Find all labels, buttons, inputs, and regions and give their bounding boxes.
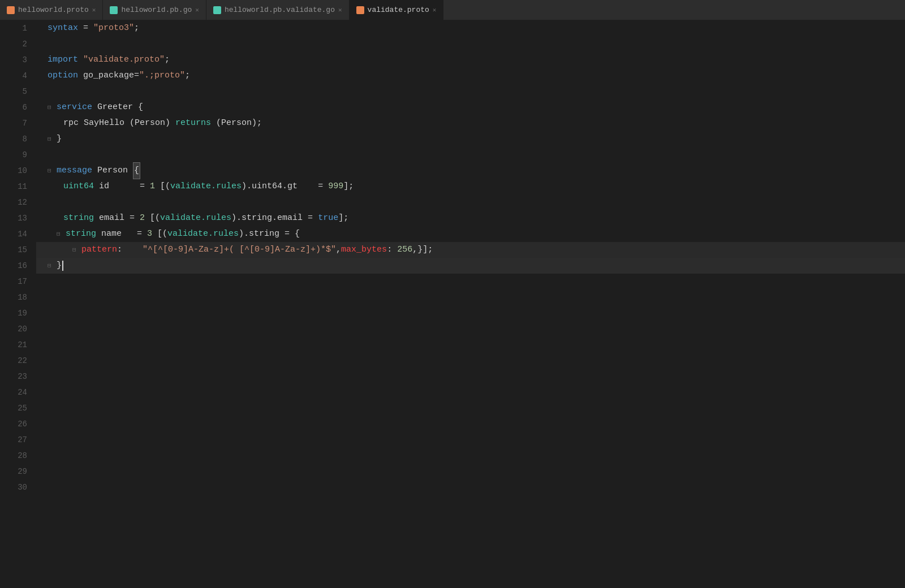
line-num-29: 29 [0, 464, 36, 479]
line-num-7: 7 [0, 115, 36, 131]
line-num-9: 9 [0, 147, 36, 163]
tab-close-icon[interactable]: ✕ [92, 6, 96, 14]
line-num-19: 19 [0, 305, 36, 321]
line-num-18: 18 [0, 289, 36, 305]
code-line-2 [36, 36, 905, 52]
code-line-19 [36, 305, 905, 321]
line-num-24: 24 [0, 384, 36, 400]
line-num-27: 27 [0, 432, 36, 448]
tab-label: helloworld.pb.go [121, 6, 192, 14]
line-num-3: 3 [0, 52, 36, 68]
editor-area: 1 2 3 4 5 6 7 8 9 10 11 12 13 14 15 16 1… [0, 20, 905, 588]
code-line-30 [36, 479, 905, 495]
code-line-15: ⊟pattern: "^[^[0-9]A-Za-z]+( [^[0-9]A-Za… [36, 242, 905, 258]
tab-helloworld-proto[interactable]: helloworld.proto ✕ [0, 0, 103, 20]
line-num-30: 30 [0, 479, 36, 495]
line-num-28: 28 [0, 448, 36, 464]
tab-close-icon[interactable]: ✕ [433, 6, 437, 14]
tab-close-icon[interactable]: ✕ [195, 6, 199, 14]
tab-label: helloworld.pb.validate.go [225, 6, 335, 14]
line-num-8: 8 [0, 131, 36, 147]
code-line-13: string email = 2 [(validate.rules).strin… [36, 210, 905, 226]
code-line-11: uint64 id = 1 [(validate.rules).uint64.g… [36, 179, 905, 194]
line-num-25: 25 [0, 400, 36, 416]
line-numbers: 1 2 3 4 5 6 7 8 9 10 11 12 13 14 15 16 1… [0, 20, 36, 588]
code-line-22 [36, 353, 905, 369]
line-num-23: 23 [0, 369, 36, 384]
line-num-13: 13 [0, 210, 36, 226]
line-num-12: 12 [0, 194, 36, 210]
line-num-4: 4 [0, 68, 36, 84]
code-line-28 [36, 448, 905, 464]
tab-icon-teal [110, 6, 118, 14]
line-num-26: 26 [0, 416, 36, 432]
code-line-8: ⊟} [36, 131, 905, 147]
tab-label: validate.proto [368, 6, 429, 14]
code-line-7: rpc SayHello (Person) returns (Person); [36, 115, 905, 131]
tab-close-icon[interactable]: ✕ [338, 6, 342, 14]
code-line-16: ⊟} [36, 258, 905, 274]
code-line-18 [36, 289, 905, 305]
tab-icon-teal2 [213, 6, 221, 14]
line-num-6: 6 [0, 100, 36, 115]
line-num-15: 15 [0, 242, 36, 258]
code-line-12 [36, 194, 905, 210]
code-line-23 [36, 369, 905, 384]
code-area[interactable]: syntax = "proto3"; import "validate.prot… [36, 20, 905, 588]
tab-bar: helloworld.proto ✕ helloworld.pb.go ✕ he… [0, 0, 905, 20]
line-num-17: 17 [0, 274, 36, 289]
tab-helloworld-pb-validate-go[interactable]: helloworld.pb.validate.go ✕ [206, 0, 350, 20]
code-line-27 [36, 432, 905, 448]
code-line-29 [36, 464, 905, 479]
code-line-24 [36, 384, 905, 400]
code-line-25 [36, 400, 905, 416]
code-line-4: option go_package=".;proto"; [36, 68, 905, 84]
line-num-14: 14 [0, 226, 36, 242]
line-num-11: 11 [0, 179, 36, 194]
code-line-20 [36, 321, 905, 337]
line-num-1: 1 [0, 20, 36, 36]
tab-icon-orange [7, 6, 15, 14]
code-line-26 [36, 416, 905, 432]
tab-icon-orange2 [356, 6, 364, 14]
code-line-5 [36, 84, 905, 100]
code-line-9 [36, 147, 905, 163]
line-num-5: 5 [0, 84, 36, 100]
code-line-17 [36, 274, 905, 289]
tab-helloworld-pb-go[interactable]: helloworld.pb.go ✕ [103, 0, 206, 20]
tab-validate-proto[interactable]: validate.proto ✕ [350, 0, 444, 20]
line-num-20: 20 [0, 321, 36, 337]
line-num-2: 2 [0, 36, 36, 52]
code-line-14: ⊟string name = 3 [(validate.rules).strin… [36, 226, 905, 242]
line-num-21: 21 [0, 337, 36, 353]
code-line-6: ⊟service Greeter { [36, 100, 905, 115]
code-line-10: ⊟message Person { [36, 163, 905, 179]
line-num-10: 10 [0, 163, 36, 179]
line-num-16: 16 [0, 258, 36, 274]
code-line-3: import "validate.proto"; [36, 52, 905, 68]
code-line-21 [36, 337, 905, 353]
tab-label: helloworld.proto [18, 6, 89, 14]
code-line-1: syntax = "proto3"; [36, 20, 905, 36]
line-num-22: 22 [0, 353, 36, 369]
